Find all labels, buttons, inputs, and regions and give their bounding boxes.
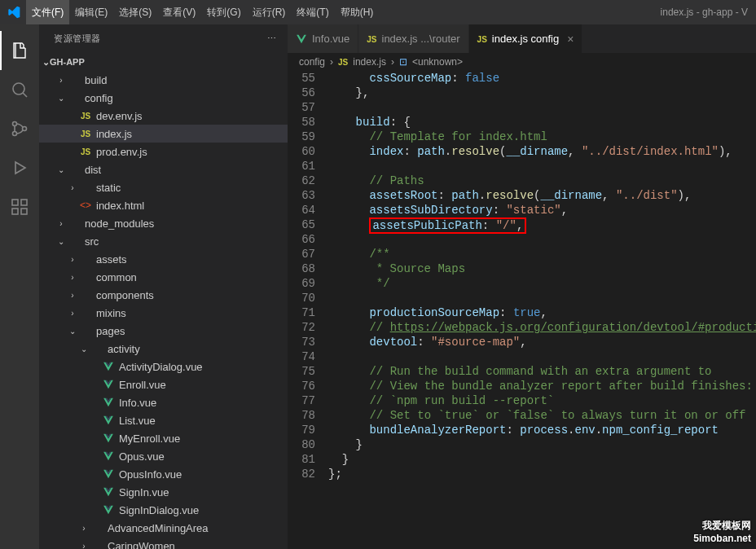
svg-rect-4 [12,200,18,205]
tree-label: activity [108,343,140,355]
file-tree[interactable]: ›build⌄configJSdev.env.jsJSindex.jsJSpro… [39,71,288,549]
editor-tab[interactable]: JSindex.js ...\router [358,24,468,53]
tree-folder[interactable]: ›common [39,268,288,286]
tree-file[interactable]: Info.vue [39,393,288,411]
vue-icon [296,33,307,45]
tree-file[interactable]: JSdev.env.js [39,107,288,125]
tree-folder[interactable]: ›CaringWomen [39,537,288,549]
js-icon: JS [78,112,93,121]
breadcrumb-seg[interactable]: <unknown> [412,56,463,68]
close-icon[interactable]: × [567,33,574,46]
js-icon: JS [78,130,93,138]
search-icon[interactable] [0,70,39,109]
svg-rect-7 [21,200,27,205]
tree-label: mixins [96,307,126,319]
explorer-icon[interactable] [0,31,39,70]
tree-label: List.vue [119,415,156,427]
explorer-more-icon[interactable]: ⋯ [267,33,288,44]
workspace-header[interactable]: ⌄ GH-APP [39,53,288,71]
svg-point-0 [13,83,24,94]
svg-rect-5 [12,209,18,214]
menu-terminal[interactable]: 终端(T) [291,0,334,24]
chevron-icon: › [67,183,78,192]
tree-folder[interactable]: ›node_modules [39,214,288,232]
tree-file[interactable]: ActivityDialog.vue [39,358,288,376]
workspace-name: GH-APP [50,57,85,67]
tree-folder[interactable]: ›static [39,178,288,196]
tree-file[interactable]: <>index.html [39,196,288,214]
breadcrumbs[interactable]: config › JS index.js › ⊡ <unknown> [288,53,756,71]
tree-file[interactable]: MyEnroll.vue [39,429,288,447]
breadcrumb-seg[interactable]: index.js [353,56,386,68]
html-icon: <> [78,200,93,211]
tree-label: MyEnroll.vue [119,433,180,445]
tree-folder[interactable]: ⌄config [39,89,288,107]
tab-label: Info.vue [312,33,349,45]
tree-label: dev.env.js [96,110,143,122]
tree-label: Opus.vue [119,450,165,463]
vue-icon [101,486,116,498]
menu-edit[interactable]: 编辑(E) [69,0,113,24]
tree-file[interactable]: Opus.vue [39,447,288,465]
tree-folder[interactable]: ⌄src [39,232,288,250]
tree-file[interactable]: List.vue [39,411,288,429]
tree-folder[interactable]: ⌄dist [39,160,288,178]
tree-label: Info.vue [119,397,156,409]
tree-folder[interactable]: ⌄pages [39,322,288,340]
editor-tab[interactable]: JSindex.js config× [469,24,583,53]
chevron-icon: ⌄ [55,237,67,246]
chevron-icon: › [78,524,90,533]
tree-folder[interactable]: ›mixins [39,304,288,322]
chevron-icon: ⌄ [55,165,67,174]
breadcrumb-seg[interactable]: config [299,56,325,68]
js-icon: JS [477,33,487,45]
vue-icon [101,397,116,408]
tree-folder[interactable]: ⌄activity [39,340,288,358]
window-title: index.js - gh-app - V [661,7,756,18]
tree-file[interactable]: OpusInfo.vue [39,465,288,483]
explorer-title: 资源管理器 ⋯ [39,24,288,53]
tree-file[interactable]: JSindex.js [39,125,288,143]
tree-label: index.html [96,200,144,212]
menu-go[interactable]: 转到(G) [201,0,246,24]
chevron-icon: ⌄ [67,327,78,336]
tree-file[interactable]: SignInDialog.vue [39,501,288,519]
svg-point-3 [23,127,27,131]
tree-label: dist [85,164,101,176]
tree-file[interactable]: JSprod.env.js [39,143,288,160]
svg-point-2 [13,132,17,136]
tree-folder[interactable]: ›AdvancedMiningArea [39,519,288,537]
source-control-icon[interactable] [0,109,39,148]
tree-label: src [85,235,99,248]
menu-file[interactable]: 文件(F) [26,0,69,24]
run-debug-icon[interactable] [0,148,39,187]
tree-file[interactable]: Enroll.vue [39,376,288,393]
tree-label: config [85,92,113,104]
vue-icon [101,450,116,462]
menu-select[interactable]: 选择(S) [113,0,157,24]
vue-icon [101,415,116,426]
code-lines[interactable]: cssSourceMap: false }, build: { // Templ… [328,71,756,549]
activitybar [0,24,39,549]
vscode-logo-icon [7,5,21,20]
tree-folder[interactable]: ›assets [39,250,288,268]
menu-view[interactable]: 查看(V) [157,0,201,24]
tree-folder[interactable]: ›components [39,286,288,304]
vue-icon [101,468,116,480]
js-icon: JS [367,33,376,45]
tree-folder[interactable]: ›build [39,71,288,89]
svg-rect-6 [21,209,27,214]
menu-help[interactable]: 帮助(H) [335,0,380,24]
vue-icon [101,361,116,372]
chevron-right-icon: › [330,56,333,68]
editor-tab[interactable]: Info.vue [288,24,358,53]
menu-run[interactable]: 运行(R) [247,0,292,24]
extensions-icon[interactable] [0,187,39,226]
code-editor[interactable]: 5556575859606162636465666768697071727374… [288,71,756,549]
chevron-down-icon: ⌄ [42,57,50,68]
tree-label: AdvancedMiningArea [108,522,209,534]
tree-label: SignInDialog.vue [119,504,199,516]
chevron-icon: › [55,219,67,228]
svg-point-1 [13,122,17,126]
tree-file[interactable]: SignIn.vue [39,483,288,501]
